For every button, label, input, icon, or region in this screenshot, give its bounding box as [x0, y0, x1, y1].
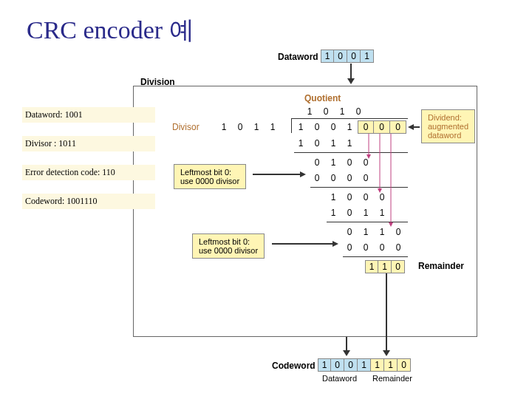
arrow-right-icon — [272, 241, 340, 247]
dataword-label-top: Dataword — [278, 52, 318, 62]
codeword-bits: 1 0 0 1 1 1 0 — [318, 358, 411, 372]
bit: 1 — [293, 120, 309, 134]
quotient-bits: 1 0 1 0 — [301, 105, 366, 118]
bit: 1 — [265, 120, 281, 134]
divisor-bits: 1 0 1 1 — [216, 120, 281, 134]
bit: 0 — [318, 105, 334, 118]
bit: 0 — [309, 156, 325, 169]
tag-line: Leftmost bit 0: — [199, 237, 258, 246]
slide-title: CRC encoder 예 — [27, 13, 194, 47]
bit: 1 — [325, 206, 341, 219]
bit: 1 — [325, 156, 341, 169]
bit: 0 — [358, 120, 374, 134]
tag-line: Leftmost bit 0: — [180, 168, 239, 177]
arrow-right-icon — [253, 171, 307, 177]
info-panel: Dataword: 1001 Divisor : 1011 Error dete… — [22, 107, 155, 222]
bit: 1 — [318, 358, 331, 372]
bit: 1 — [248, 120, 265, 134]
svg-marker-3 — [300, 171, 306, 177]
leftmost-bit-tag-2: Leftmost bit 0: use 0000 divisor — [192, 233, 265, 259]
bit: 0 — [334, 50, 347, 63]
arrow-down-icon — [381, 273, 392, 358]
svg-marker-9 — [366, 154, 371, 159]
info-line-divisor: Divisor : 1011 — [22, 136, 155, 151]
info-line-dataword: Dataword: 1001 — [22, 107, 155, 123]
calc-row: 1 0 1 1 — [293, 137, 358, 150]
bit: 0 — [341, 241, 358, 254]
bit: 1 — [334, 105, 350, 118]
bit: 0 — [374, 120, 390, 134]
arrow-down-icon — [341, 337, 352, 358]
dropdown-arrows-icon — [365, 134, 396, 265]
bit: 1 — [341, 120, 358, 134]
arrow-down-icon — [346, 64, 356, 86]
calc-row: 0 1 0 0 — [309, 156, 374, 169]
tag-line: augmented — [428, 122, 468, 131]
bit: 0 — [341, 156, 358, 169]
svg-marker-7 — [408, 124, 414, 130]
dividend-bits: 1 0 0 1 0 0 0 — [293, 120, 406, 134]
bit: 1 — [361, 50, 374, 63]
svg-marker-15 — [383, 350, 390, 356]
arrow-left-icon — [408, 124, 420, 130]
bit: 0 — [344, 358, 358, 372]
bit: 0 — [331, 358, 344, 372]
bit: 0 — [325, 120, 341, 134]
svg-marker-11 — [378, 188, 382, 193]
bit: 1 — [325, 191, 341, 204]
tag-line: dataword — [428, 131, 468, 140]
bit: 0 — [309, 137, 325, 150]
bit: 1 — [384, 358, 398, 372]
bit: 0 — [341, 225, 358, 239]
bit: 1 — [216, 120, 232, 134]
bit: 1 — [341, 137, 358, 150]
svg-marker-13 — [389, 222, 393, 227]
bit: 0 — [347, 50, 361, 63]
dataword-bits-top: 1 0 0 1 — [321, 50, 374, 63]
division-label: Division — [140, 77, 175, 87]
info-line-codeword: Codeword: 1001110 — [22, 194, 155, 209]
bit: 0 — [232, 120, 248, 134]
info-line-edc: Error detection code: 110 — [22, 165, 155, 180]
bit: 0 — [341, 206, 358, 219]
leftmost-bit-tag-1: Leftmost bit 0: use 0000 divisor — [174, 164, 246, 189]
bit: 0 — [325, 171, 341, 185]
bit: 0 — [309, 120, 325, 134]
bit: 1 — [371, 358, 384, 372]
bit: 0 — [350, 105, 366, 118]
svg-marker-5 — [332, 241, 338, 247]
bit: 0 — [390, 120, 406, 134]
codeword-sublabel-dataword: Dataword — [322, 374, 357, 383]
tag-line: use 0000 divisor — [199, 246, 258, 255]
bit: 1 — [321, 50, 334, 63]
remainder-label: Remainder — [418, 261, 464, 271]
bit: 1 — [301, 105, 318, 118]
svg-marker-1 — [347, 78, 355, 84]
bit: 0 — [398, 358, 411, 372]
codeword-label: Codeword — [272, 361, 316, 371]
svg-marker-17 — [343, 350, 350, 356]
tag-line: Dividend: — [428, 113, 468, 122]
quotient-label: Quotient — [304, 93, 341, 103]
codeword-sublabel-remainder: Remainder — [372, 374, 412, 383]
bit: 1 — [325, 137, 341, 150]
tag-line: use 0000 divisor — [180, 177, 239, 185]
calc-row: 0 0 0 0 — [309, 171, 374, 185]
bit: 1 — [293, 137, 309, 150]
bit: 0 — [341, 171, 358, 185]
bit: 0 — [309, 171, 325, 185]
bit: 1 — [358, 358, 371, 372]
dividend-tag: Dividend: augmented dataword — [421, 109, 475, 143]
divisor-label: Divisor — [172, 122, 200, 132]
bit: 0 — [341, 191, 358, 204]
